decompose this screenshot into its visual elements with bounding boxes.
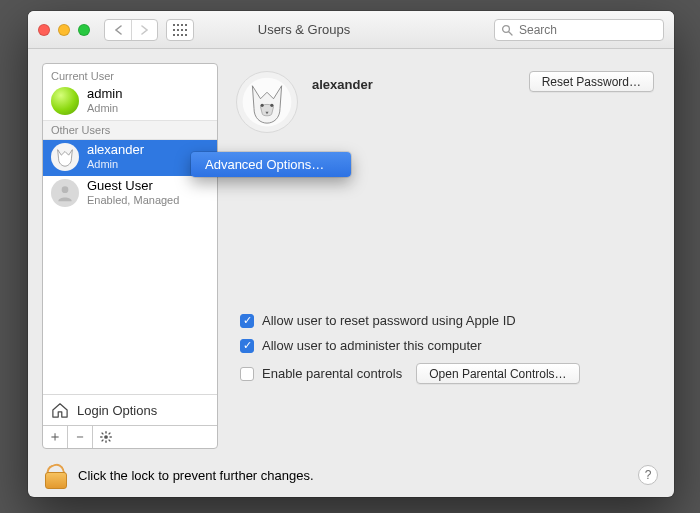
other-users-header: Other Users: [43, 120, 217, 140]
checkbox-label: Allow user to reset password using Apple…: [262, 313, 516, 328]
svg-point-26: [270, 104, 273, 107]
titlebar: Users & Groups: [28, 11, 674, 49]
login-options-row[interactable]: Login Options: [43, 395, 217, 425]
add-user-button[interactable]: ＋: [43, 426, 68, 448]
checkbox-allow-administer[interactable]: [240, 339, 254, 353]
svg-point-14: [62, 186, 69, 193]
avatar-icon: [51, 143, 79, 171]
user-role: Enabled, Managed: [87, 194, 179, 207]
allow-administer-row[interactable]: Allow user to administer this computer: [240, 338, 650, 353]
svg-point-15: [104, 435, 108, 439]
lock-text: Click the lock to prevent further change…: [78, 468, 314, 483]
avatar-icon: [51, 179, 79, 207]
user-name: alexander: [87, 143, 144, 158]
svg-line-21: [108, 440, 110, 442]
checkbox-parental-controls[interactable]: [240, 367, 254, 381]
user-sidebar: Current User admin Admin Other Users ale…: [42, 63, 218, 449]
remove-user-button[interactable]: －: [68, 426, 93, 448]
svg-line-23: [101, 440, 103, 442]
allow-reset-apple-id-row[interactable]: Allow user to reset password using Apple…: [240, 313, 650, 328]
user-detail-panel: alexander Reset Password… Allow user to …: [230, 63, 660, 449]
svg-line-20: [101, 433, 103, 435]
avatar-icon: [51, 87, 79, 115]
user-row-guest[interactable]: Guest User Enabled, Managed: [43, 176, 217, 212]
content-area: Current User admin Admin Other Users ale…: [28, 49, 674, 453]
user-avatar-large[interactable]: [236, 71, 298, 133]
prefs-window: Users & Groups Current User admin Admin …: [28, 11, 674, 497]
user-role: Admin: [87, 102, 122, 115]
user-name: Guest User: [87, 179, 179, 194]
house-icon: [51, 402, 69, 418]
checkbox-label: Enable parental controls: [262, 366, 402, 381]
context-menu: Advanced Options…: [191, 152, 351, 177]
svg-line-22: [108, 433, 110, 435]
search-field[interactable]: [494, 19, 664, 41]
sidebar-button-row: ＋ －: [43, 425, 217, 448]
help-button[interactable]: ?: [638, 465, 658, 485]
checkbox-allow-reset-apple-id[interactable]: [240, 314, 254, 328]
reset-password-button[interactable]: Reset Password…: [529, 71, 654, 92]
close-window-icon[interactable]: [38, 24, 50, 36]
footer: Click the lock to prevent further change…: [28, 453, 674, 497]
user-role: Admin: [87, 158, 144, 171]
user-name: admin: [87, 87, 122, 102]
user-row-current[interactable]: admin Admin: [43, 84, 217, 120]
parental-controls-row[interactable]: Enable parental controls: [240, 366, 402, 381]
detail-user-name: alexander: [312, 71, 515, 92]
minimize-window-icon[interactable]: [58, 24, 70, 36]
search-icon: [501, 24, 513, 36]
login-options-label: Login Options: [77, 403, 157, 418]
svg-line-13: [509, 32, 512, 35]
traffic-lights: [38, 24, 90, 36]
search-input[interactable]: [519, 23, 669, 37]
context-menu-advanced-options[interactable]: Advanced Options…: [191, 154, 351, 175]
lock-icon[interactable]: [44, 462, 66, 488]
checkbox-label: Allow user to administer this computer: [262, 338, 482, 353]
svg-point-12: [503, 25, 510, 32]
current-user-header: Current User: [43, 64, 217, 84]
window-title: Users & Groups: [122, 22, 486, 37]
svg-point-25: [261, 104, 264, 107]
user-row-alexander[interactable]: alexander Admin Advanced Options…: [43, 140, 217, 176]
user-actions-button[interactable]: [93, 426, 118, 448]
open-parental-controls-button[interactable]: Open Parental Controls…: [416, 363, 579, 384]
zoom-window-icon[interactable]: [78, 24, 90, 36]
